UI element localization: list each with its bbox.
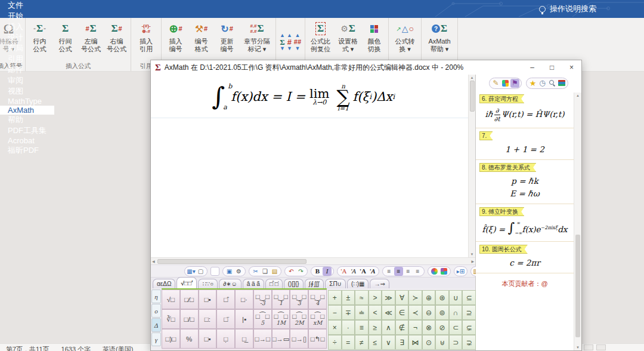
copy-button[interactable]: ❏ xyxy=(261,267,270,276)
template-cell[interactable]: □⁀□ 1M xyxy=(272,309,290,329)
scroll-up-icon[interactable]: ▲ xyxy=(575,93,581,98)
scroll-thumb[interactable] xyxy=(470,81,475,112)
template-cell[interactable]: □⁀□ 5 xyxy=(253,309,272,329)
settings-gear-icon[interactable]: ⚙ xyxy=(234,267,243,276)
left-numbered-formula-button[interactable]: #Σ 左编 号公式 xyxy=(78,19,104,53)
side-strip-cell[interactable]: Δ xyxy=(151,318,161,332)
template-cell[interactable]: |▪ xyxy=(235,309,253,329)
symbol-cell[interactable]: ∩ xyxy=(449,305,463,320)
italic-button[interactable]: I xyxy=(323,267,332,276)
template-cell[interactable]: % xyxy=(180,329,199,349)
font-style-1-button[interactable]: 'A xyxy=(339,267,348,276)
palette-tab[interactable]: √□□′ xyxy=(177,277,197,288)
bookmark-button[interactable]: ⚑ xyxy=(510,79,519,88)
library-scrollbar[interactable]: ▲ ▼ xyxy=(574,93,581,350)
list-item[interactable]: 7. 1 + 1 = 2 xyxy=(476,128,574,160)
axmath-help-button[interactable]: ?Σ AxMath 帮助 ▾ xyxy=(423,19,456,53)
template-cell[interactable]: □‿□ -3 xyxy=(253,290,272,309)
align-center-button[interactable]: ≡ xyxy=(394,267,403,276)
template-cell[interactable]: □‿□ 1 xyxy=(272,290,290,309)
canvas-horizontal-scrollbar[interactable]: ◀ ▶ xyxy=(151,257,475,264)
ribbon-tab[interactable]: 视图 xyxy=(0,86,54,97)
ribbon-tab[interactable]: 布局 xyxy=(0,43,54,54)
scroll-down-icon[interactable]: ▼ xyxy=(469,251,475,257)
ribbon-tab[interactable]: 福昕PDF xyxy=(0,145,54,156)
view-buttons[interactable] xyxy=(584,344,606,350)
symbol-cell[interactable]: ⊂ xyxy=(449,320,463,335)
template-cell[interactable]: □‿□ 3 xyxy=(290,290,308,309)
symbol-cell[interactable]: ⊖ xyxy=(422,305,436,320)
align-justify-button[interactable]: ≡ xyxy=(413,267,422,276)
favorites-button[interactable]: ★ xyxy=(528,79,537,88)
number-format-button[interactable]: ⚒# 编号 格式 xyxy=(188,19,214,53)
symbol-cell[interactable]: ≈ xyxy=(355,290,369,305)
ribbon-tab[interactable]: 插入 xyxy=(0,21,54,32)
font-style-2-button[interactable]: 'A xyxy=(349,267,358,276)
list-item[interactable]: 10. 圆周长公式 c = 2πr xyxy=(476,242,574,273)
cut-button[interactable]: ✂ xyxy=(251,267,260,276)
symbol-cell[interactable]: ≐ xyxy=(355,305,369,320)
side-strip-cell[interactable]: γ xyxy=(151,332,161,346)
symbol-cell[interactable]: ¬ xyxy=(408,320,422,335)
symbol-cell[interactable]: ∈ xyxy=(395,305,409,320)
scroll-right-icon[interactable]: ▶ xyxy=(470,258,475,264)
symbol-cell[interactable]: ⊘ xyxy=(435,320,449,335)
ribbon-tab[interactable]: MathType xyxy=(0,97,54,106)
template-cell[interactable]: □∕□ xyxy=(180,290,199,309)
bold-button[interactable]: B xyxy=(313,267,322,276)
symbol-cell[interactable]: ∪ xyxy=(449,290,463,305)
ribbon-tab[interactable]: Acrobat xyxy=(0,136,54,145)
template-cell[interactable]: ∛□ xyxy=(162,309,180,329)
symbol-cell[interactable]: ≡ xyxy=(355,320,369,335)
list-item[interactable]: 8. 德布罗意关系式 p = ℏk E = ℏω xyxy=(476,160,574,204)
symbol-cell[interactable]: ± xyxy=(342,290,355,305)
symbol-cell[interactable]: ≤ xyxy=(369,335,382,350)
insert-citation-button[interactable]: -(#)-⊕-# 插入 引用 xyxy=(132,19,160,53)
template-cell[interactable]: □→▭ xyxy=(272,329,290,349)
template-cell[interactable]: □⁀□ xM xyxy=(308,309,327,329)
ribbon-tab[interactable]: 帮助 xyxy=(0,115,54,125)
symbol-cell[interactable]: ⊚ xyxy=(435,305,449,320)
symbol-cell[interactable]: ∓ xyxy=(342,305,355,320)
palette-tab[interactable]: □̂ □̇ xyxy=(265,279,283,288)
quick-slot[interactable] xyxy=(210,267,219,276)
new-doc-button[interactable]: ▢ xyxy=(196,267,205,276)
redo-button[interactable]: ↷ xyxy=(296,267,305,276)
undo-button[interactable]: ↶ xyxy=(287,267,296,276)
insert-menu-button[interactable]: ▦▾ xyxy=(187,267,196,276)
nudge-number-control[interactable]: ▲#▼ xyxy=(287,32,292,52)
ribbon-tab[interactable]: 引用 xyxy=(0,54,54,64)
set-format-button[interactable]: ⚙Σ 设置格 式 ▾ xyxy=(335,19,361,53)
nudge-formula-control[interactable]: ▲Σ▼ xyxy=(280,32,285,52)
maximize-button[interactable]: □ xyxy=(542,61,562,75)
side-strip-cell[interactable]: η xyxy=(151,290,161,303)
scroll-left-icon[interactable]: ◀ xyxy=(151,258,156,264)
template-cell[interactable]: □/□ xyxy=(180,309,199,329)
palette-tab[interactable]: (∷)▦ xyxy=(347,279,369,288)
ribbon-tab[interactable]: PDF工具集 xyxy=(0,125,54,136)
font-style-3-button[interactable]: 'A xyxy=(358,267,367,276)
scroll-down-icon[interactable]: ▼ xyxy=(575,344,581,350)
scroll-thumb[interactable] xyxy=(575,235,580,338)
symbol-cell[interactable]: ⊙ xyxy=(422,335,436,350)
symbol-cell[interactable]: × xyxy=(328,320,342,335)
nudge-both-control[interactable]: ▲##▼ xyxy=(294,32,301,52)
template-cell[interactable]: □̂ xyxy=(216,290,235,309)
update-number-button[interactable]: ↻# 更新 编号 xyxy=(214,19,240,53)
insert-to-document-button[interactable]: ▸⊞ xyxy=(456,267,465,276)
align-left-button[interactable]: ≡ xyxy=(385,267,394,276)
ribbon-tab[interactable]: AxMath xyxy=(0,106,54,115)
ribbon-tab[interactable]: 文件 xyxy=(0,0,54,11)
symbol-cell[interactable]: · xyxy=(342,320,355,335)
scroll-thumb[interactable] xyxy=(157,259,306,264)
template-cell[interactable]: □̈ xyxy=(216,309,235,329)
palette-tab[interactable]: →⇒ xyxy=(370,279,389,288)
symbol-cell[interactable]: = xyxy=(342,335,355,350)
right-numbered-formula-button[interactable]: Σ# 右编 号公式 xyxy=(104,19,129,53)
template-cell[interactable]: □▪ xyxy=(199,329,217,349)
brush-button[interactable]: ✎ xyxy=(491,79,500,88)
symbol-cell[interactable]: − xyxy=(328,305,342,320)
list-item[interactable]: 6. 薛定谔方程 iℏ∂∂tΨ(r,t) = ĤΨ(r,t) xyxy=(476,91,574,128)
symbol-cell[interactable]: ⊕ xyxy=(422,290,436,305)
palette-tab[interactable]: ()[]{} xyxy=(284,279,304,288)
